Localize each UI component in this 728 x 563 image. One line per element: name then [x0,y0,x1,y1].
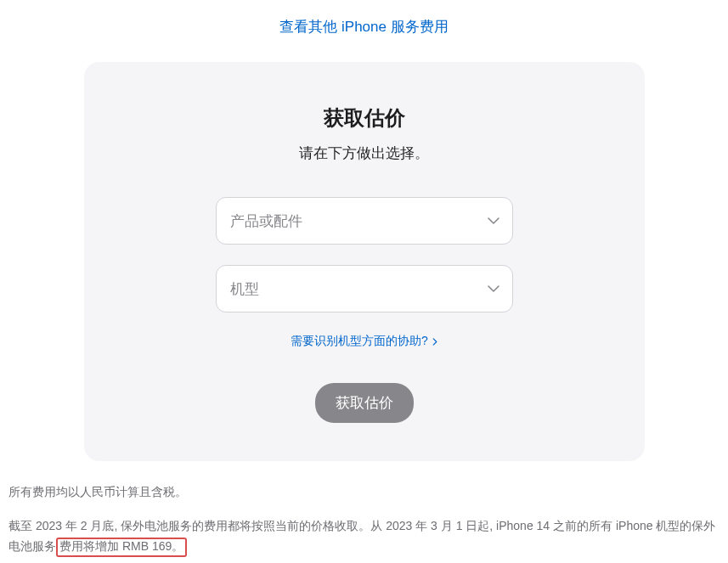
model-select[interactable]: 机型 [216,265,513,312]
product-select[interactable]: 产品或配件 [216,197,513,245]
get-estimate-button[interactable]: 获取估价 [315,383,414,423]
card-title: 获取估价 [118,104,611,132]
card-subtitle: 请在下方做出选择。 [118,144,611,163]
price-increase-highlight: 费用将增加 RMB 169。 [56,538,187,557]
footer-notes: 所有费用均以人民币计算且含税。 截至 2023 年 2 月底, 保外电池服务的费… [0,482,728,556]
other-services-link[interactable]: 查看其他 iPhone 服务费用 [279,19,448,35]
footer-line-2: 截至 2023 年 2 月底, 保外电池服务的费用都将按照当前的价格收取。从 2… [8,516,720,557]
help-link-label: 需要识别机型方面的协助? [291,334,428,349]
footer-line-1: 所有费用均以人民币计算且含税。 [8,482,720,503]
chevron-right-icon [432,338,437,346]
estimate-card: 获取估价 请在下方做出选择。 产品或配件 机型 需要识别机型方面的协助? 获取估… [84,62,645,461]
identify-model-help-link[interactable]: 需要识别机型方面的协助? [291,334,437,349]
